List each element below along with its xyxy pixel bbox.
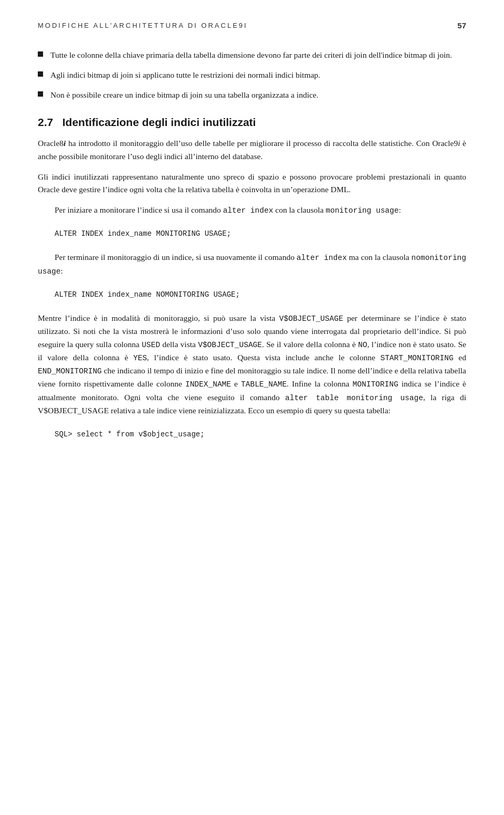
code-block-1: ALTER INDEX index_name MONITORING USAGE; [55,228,466,239]
inline-code-no: NO [358,341,367,349]
paragraph-1: Oracle8i ha introdotto il monitoraggio d… [38,137,466,163]
code-block-3: SQL> select * from v$object_usage; [55,429,466,440]
bullet-text-1: Tutte le colonne della chiave primaria d… [50,49,466,61]
inline-code-index-name: INDEX_NAME [185,380,231,389]
inline-code-vobj2: V$OB­JECT_USAGE [198,341,262,349]
bullet-text-2: Agli indici bitmap di join si applicano … [50,69,466,81]
bullet-list: Tutte le colonne della chiave primaria d… [38,49,466,101]
paragraph-3: Per iniziare a monitorare l’indice si us… [38,204,466,217]
bullet-square-2 [38,71,43,77]
inline-code-alter-index-2: alter index [297,254,347,262]
chapter-title: MODIFICHE ALL'ARCHITETTURA DI ORACLE9i [38,22,248,29]
inline-code-monitoring: MONITORING [353,380,398,389]
page-number: 57 [457,21,466,30]
inline-code-nomonitoring: nomonitoring usage [38,254,466,275]
bullet-square-3 [38,91,43,97]
bullet-item-3: Non è possibile creare un indice bitmap … [38,89,466,101]
inline-code-alter-index: alter index [223,206,274,215]
section-number: 2.7 [38,116,53,128]
paragraph-mid: Per terminare il monitoraggio di un indi… [38,251,466,277]
inline-code-yes: YES [133,354,147,362]
section-title: Identificazione degli indici inutilizzat… [62,116,256,128]
bullet-item-2: Agli indici bitmap di join si applicano … [38,69,466,81]
inline-code-end-mon: END_MONITORING [38,367,102,375]
paragraph-2: Gli indici inutilizzati rappresentano na… [38,171,466,197]
page-header: MODIFICHE ALL'ARCHITETTURA DI ORACLE9i 5… [38,21,466,30]
inline-code-monitoring-usage: monitoring usage [326,206,398,215]
bullet-square-1 [38,51,43,57]
bullet-text-3: Non è possibile creare un indice bitmap … [50,89,466,101]
inline-code-used: USED [142,341,160,349]
inline-code-start-mon: START_MONITORING [380,354,453,362]
code-block-2: ALTER INDEX index_name NOMONITORING USAG… [55,289,466,300]
inline-code-alter-table: alter table monitoring usage [285,394,423,402]
page: MODIFICHE ALL'ARCHITETTURA DI ORACLE9i 5… [0,0,504,815]
inline-code-vobj1: V$OB­JECT_USAGE [279,315,343,323]
bullet-item-1: Tutte le colonne della chiave primaria d… [38,49,466,61]
paragraph-long: Mentre l’indice è in modalità di monitor… [38,312,466,417]
italic-i-1: i [64,139,66,148]
inline-code-table-name: TABLE_NAME [241,380,287,389]
section-heading: 2.7 Identificazione degli indici inutili… [38,116,466,129]
